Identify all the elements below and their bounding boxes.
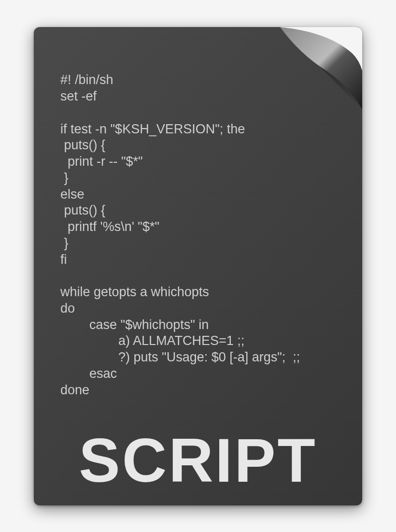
code-line: } <box>60 236 69 250</box>
code-line: a) ALLMATCHES=1 ;; <box>60 333 244 348</box>
code-line: puts() { <box>60 138 105 152</box>
code-line: printf '%s\n' "$*" <box>60 219 159 234</box>
code-line: #! /bin/sh <box>60 72 113 87</box>
code-line: } <box>60 171 69 185</box>
file-type-label: SCRIPT <box>34 425 362 496</box>
code-line: ?) puts "Usage: $0 [-a] args"; ;; <box>60 350 300 364</box>
code-line: fi <box>60 252 67 267</box>
code-line: esac <box>60 366 117 381</box>
code-line: set -ef <box>60 89 97 103</box>
code-line: puts() { <box>60 203 105 217</box>
script-file-icon: #! /bin/sh set -ef if test -n "$KSH_VERS… <box>34 27 362 505</box>
code-line: else <box>60 187 85 201</box>
code-line: case "$whichopts" in <box>60 317 209 332</box>
code-line: while getopts a whichopts <box>60 285 209 299</box>
code-line: if test -n "$KSH_VERSION"; the <box>60 122 245 136</box>
code-line: print -r -- "$*" <box>60 154 143 169</box>
code-line: done <box>60 383 89 397</box>
page-curl-icon <box>280 27 362 109</box>
code-line: do <box>60 301 75 316</box>
